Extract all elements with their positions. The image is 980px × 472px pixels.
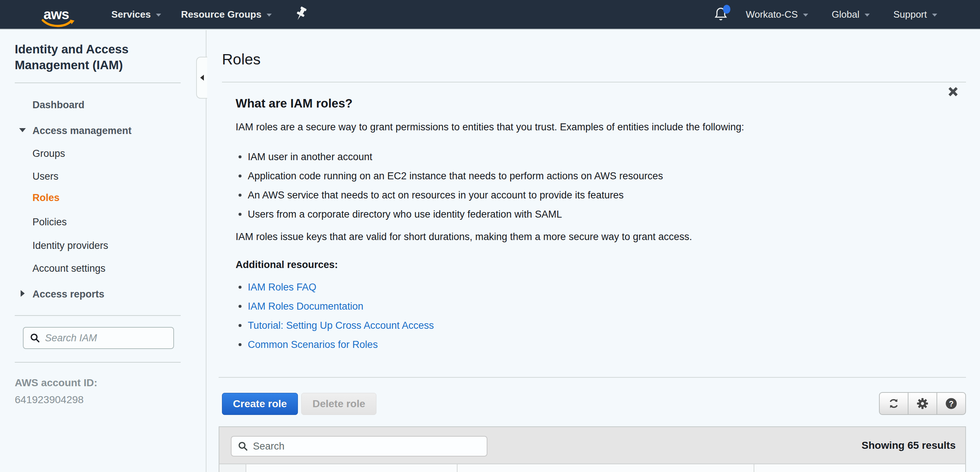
top-navigation-bar: aws Services Resource Groups Workato bbox=[0, 0, 980, 30]
aws-account-id-label: AWS account ID: bbox=[15, 377, 97, 389]
info-panel-title: What are IAM roles? bbox=[235, 97, 353, 111]
list-item: Users from a corporate directory who use… bbox=[235, 205, 663, 224]
sidebar-item-groups[interactable]: Groups bbox=[32, 148, 65, 159]
sidebar-divider bbox=[15, 362, 181, 363]
aws-logo-text: aws bbox=[41, 8, 78, 21]
info-bullet-list: IAM user in another account Application … bbox=[235, 147, 663, 224]
iam-sidebar: Identity and Access Management (IAM) Das… bbox=[0, 30, 207, 472]
topbar-right-group: Workato-CS Global Support bbox=[713, 6, 937, 22]
table-toolbar: ? bbox=[879, 392, 966, 415]
sidebar-item-account-settings[interactable]: Account settings bbox=[32, 263, 105, 274]
close-icon[interactable] bbox=[947, 86, 959, 98]
sidebar-title: Identity and Access Management (IAM) bbox=[15, 41, 173, 73]
sidebar-item-identity-providers[interactable]: Identity providers bbox=[32, 240, 108, 252]
delete-role-button[interactable]: Delete role bbox=[301, 393, 377, 415]
link-common-scenarios-for-roles[interactable]: Common Scenarios for Roles bbox=[248, 339, 378, 350]
services-menu[interactable]: Services bbox=[111, 9, 161, 20]
aws-account-id-value: 641923904298 bbox=[15, 394, 84, 406]
chevron-down-icon bbox=[865, 14, 870, 17]
sidebar-divider bbox=[15, 315, 181, 316]
title-divider bbox=[222, 82, 966, 82]
description-column bbox=[458, 464, 754, 472]
link-iam-roles-documentation[interactable]: IAM Roles Documentation bbox=[248, 301, 364, 312]
list-item: An AWS service that needs to act on reso… bbox=[235, 185, 663, 205]
refresh-icon bbox=[888, 397, 900, 410]
roles-table-header: Showing 65 results bbox=[219, 426, 966, 464]
notification-badge bbox=[723, 5, 730, 14]
support-menu[interactable]: Support bbox=[893, 9, 937, 20]
section-collapsed-icon[interactable] bbox=[21, 290, 25, 297]
aws-smile-icon bbox=[41, 19, 75, 28]
sidebar-item-dashboard[interactable]: Dashboard bbox=[32, 100, 84, 111]
region-menu[interactable]: Global bbox=[832, 9, 870, 20]
resource-link-list: IAM Roles FAQ IAM Roles Documentation Tu… bbox=[235, 277, 434, 354]
sidebar-search-input[interactable] bbox=[45, 333, 167, 344]
sidebar-collapse-button[interactable] bbox=[196, 57, 207, 99]
help-button[interactable]: ? bbox=[937, 393, 965, 414]
results-count: Showing 65 results bbox=[862, 440, 956, 451]
list-item: IAM user in another account bbox=[235, 147, 663, 166]
info-panel-intro: IAM roles are a secure way to grant perm… bbox=[235, 122, 744, 133]
table-search-box bbox=[231, 436, 487, 456]
help-icon: ? bbox=[945, 397, 958, 410]
sidebar-item-users[interactable]: Users bbox=[32, 171, 59, 182]
additional-resources-title: Additional resources: bbox=[235, 259, 338, 271]
refresh-button[interactable] bbox=[880, 393, 908, 414]
svg-text:?: ? bbox=[949, 399, 954, 408]
gear-icon bbox=[916, 397, 929, 410]
search-icon bbox=[30, 333, 41, 344]
section-divider bbox=[219, 377, 966, 378]
chevron-down-icon bbox=[156, 14, 161, 17]
chevron-down-icon bbox=[932, 14, 937, 17]
page-title: Roles bbox=[222, 51, 261, 68]
sidebar-item-roles[interactable]: Roles bbox=[32, 192, 60, 204]
table-search-input[interactable] bbox=[253, 441, 467, 452]
section-expanded-icon[interactable] bbox=[19, 128, 26, 132]
main-content: Roles What are IAM roles? IAM roles are … bbox=[207, 30, 980, 472]
chevron-down-icon bbox=[803, 14, 808, 17]
table-row bbox=[219, 464, 966, 472]
chevron-left-icon bbox=[200, 75, 204, 81]
role-name-column bbox=[246, 464, 458, 472]
chevron-down-icon bbox=[267, 14, 272, 17]
checkbox-column[interactable] bbox=[220, 464, 246, 472]
pin-icon[interactable] bbox=[294, 6, 309, 23]
trusted-entities-column bbox=[754, 464, 965, 472]
account-menu[interactable]: Workato-CS bbox=[746, 9, 808, 20]
settings-button[interactable] bbox=[908, 393, 937, 414]
create-role-button[interactable]: Create role bbox=[222, 393, 298, 415]
sidebar-search-box bbox=[23, 327, 174, 349]
link-iam-roles-faq[interactable]: IAM Roles FAQ bbox=[248, 282, 317, 293]
notifications-button[interactable] bbox=[713, 6, 728, 22]
resource-groups-menu[interactable]: Resource Groups bbox=[181, 9, 272, 20]
info-panel-note: IAM roles issue keys that are valid for … bbox=[235, 231, 692, 242]
sidebar-divider bbox=[15, 82, 181, 83]
sidebar-section-access-reports[interactable]: Access reports bbox=[32, 289, 104, 300]
list-item: Application code running on an EC2 insta… bbox=[235, 166, 663, 185]
search-icon bbox=[237, 441, 248, 452]
sidebar-item-policies[interactable]: Policies bbox=[32, 217, 67, 228]
sidebar-section-access-management[interactable]: Access management bbox=[32, 125, 132, 136]
link-tutorial-cross-account-access[interactable]: Tutorial: Setting Up Cross Account Acces… bbox=[248, 320, 434, 331]
aws-logo[interactable]: aws bbox=[41, 8, 78, 21]
